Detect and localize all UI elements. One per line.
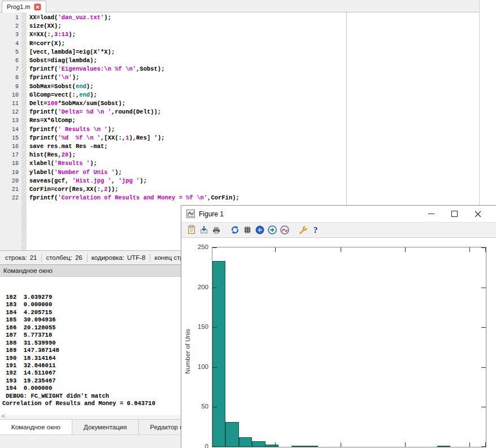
code-line: fprintf(' Results \n '); [29, 125, 479, 134]
help-icon[interactable]: ? [310, 224, 321, 236]
code-token: 'Number of Unis ' [54, 169, 115, 176]
code-token: [vect,lambda]=eig(X'*X); [29, 49, 115, 55]
code-line: Res=X*GlComp; [29, 116, 479, 125]
y-tick-label: 250 [190, 243, 208, 250]
refresh-icon[interactable] [229, 224, 241, 236]
editor-tab-bar: Prog1.m [0, 0, 479, 12]
y-tick-label: 100 [190, 363, 208, 370]
code-token: ,CorFin); [207, 194, 240, 201]
code-line: hist(Res,20); [29, 151, 479, 159]
close-button[interactable] [466, 206, 489, 222]
code-token: 'Correlation of Results and Money = %f \… [58, 194, 207, 201]
line-number: 19 [0, 168, 21, 177]
x-tick-top [485, 247, 486, 252]
code-token: 'Eigenvalues:\n %f \n' [58, 66, 136, 72]
code-token: '\n' [58, 74, 72, 81]
x-tick-top [469, 247, 470, 252]
status-separator [87, 254, 88, 262]
status-value: 21 [30, 254, 37, 261]
histogram-bar [291, 446, 304, 447]
histogram-bar [305, 446, 318, 447]
code-token: XX=load( [29, 14, 58, 21]
autoscale-icon[interactable] [279, 224, 290, 236]
code-token: , [111, 177, 119, 184]
x-tick-top [405, 247, 406, 252]
status-separator [150, 254, 150, 262]
save-icon[interactable] [198, 224, 210, 236]
histogram-bar [225, 422, 238, 447]
code-line: GlComp=vect(:,end); [29, 91, 479, 99]
y-tick [212, 367, 217, 368]
y-tick-label: 200 [190, 284, 208, 290]
line-number: 6 [0, 56, 21, 65]
code-token: size(XX); [29, 23, 62, 29]
x-tick-top [275, 247, 276, 252]
clipboard-icon[interactable] [185, 224, 197, 236]
line-number: 2 [0, 22, 21, 31]
code-line: fprintf('Correlation of Results and Mone… [29, 194, 479, 202]
code-token: end [76, 83, 86, 90]
code-token: 13 [62, 31, 69, 38]
pan-right-icon[interactable] [266, 224, 278, 236]
code-token: ); [104, 14, 111, 21]
y-tick [212, 288, 217, 288]
editor-fold-margin [21, 12, 27, 250]
status-value: 26 [75, 254, 82, 261]
code-token: X=XX(:, [29, 31, 54, 38]
figure-window: Figure 1 [181, 205, 496, 448]
code-line: saveas(gcf, 'Hist.jpg ', 'jpg '); [29, 177, 479, 185]
code-line: XX=load('dan_vuz.txt'); [29, 14, 479, 22]
code-token: 'dan_vuz.txt' [58, 14, 104, 21]
code-token: *SobMax/sum(Sobst); [58, 100, 125, 107]
line-number: 1 [0, 14, 21, 22]
print-icon[interactable] [210, 224, 222, 236]
line-number: 7 [0, 65, 21, 73]
code-token: xlabel( [29, 160, 54, 167]
code-token: hist(Res, [29, 151, 62, 158]
line-number: 12 [0, 108, 21, 116]
editor-tab-prog1[interactable]: Prog1.m [2, 1, 46, 12]
x-tick [485, 442, 486, 447]
code-token: SobMax=Sobst( [29, 83, 76, 90]
histogram-plot: 050100150200250 Number of Unis [212, 247, 486, 447]
code-line: fprintf('%d %f \n ',[XX(:,1),Res] '); [29, 134, 479, 142]
y-tick-right [481, 407, 486, 407]
maximize-button[interactable] [443, 206, 466, 222]
code-token: fprintf( [29, 194, 58, 201]
code-token: ); [140, 177, 147, 184]
figure-canvas[interactable]: 050100150200250 Number of Unis [181, 238, 496, 448]
editor-gutter: 12345678910111213141516171819202122 [0, 12, 21, 250]
code-token: Res=X*GlComp; [29, 117, 76, 124]
code-token: ); [86, 83, 94, 90]
status-label: строка: [5, 254, 27, 261]
code-token: fprintf( [29, 126, 58, 133]
code-line: fprintf('Delta= %d \n ',round(Delt)); [29, 108, 479, 116]
tools-icon[interactable] [297, 224, 309, 236]
figure-title-bar[interactable]: Figure 1 [181, 206, 496, 222]
code-token: ,[XX(:, [101, 134, 125, 141]
line-number: 20 [0, 177, 21, 185]
line-number: 11 [0, 99, 21, 108]
y-tick [212, 446, 217, 447]
line-number: 9 [0, 82, 21, 91]
code-token: '%d %f \n ' [58, 134, 101, 141]
code-line: [vect,lambda]=eig(X'*X); [29, 48, 479, 56]
code-token: 20 [62, 151, 69, 158]
status-value: UTF-8 [127, 254, 146, 261]
code-token: ); [90, 160, 97, 167]
code-token: ,Sobst); [136, 66, 164, 72]
minimize-button[interactable] [420, 206, 443, 222]
y-tick [212, 407, 217, 407]
tab-documentation[interactable]: Документация [72, 420, 139, 434]
scroll-left-icon[interactable]: < [2, 413, 5, 419]
tab-command-window[interactable]: Командное окно [0, 420, 72, 434]
grid-icon[interactable] [241, 224, 253, 236]
code-token: Sobst=diag(lambda); [29, 57, 97, 64]
code-line: R=corr(X); [29, 40, 479, 48]
histogram-bar [437, 446, 450, 447]
close-icon[interactable] [34, 3, 41, 11]
code-line: ylabel('Number of Unis '); [29, 168, 479, 177]
code-token: 'Results ' [54, 160, 90, 167]
pan-left-icon[interactable] [254, 224, 266, 236]
histogram-bar [212, 261, 225, 447]
